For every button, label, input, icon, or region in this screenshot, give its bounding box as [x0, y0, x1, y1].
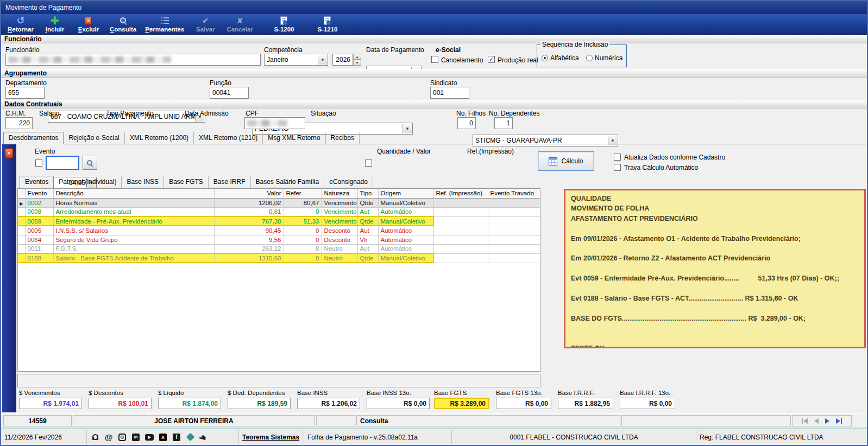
total-base-fgts-13: Base FGTS 13o. R$ 0,00 [496, 390, 551, 409]
facebook-icon[interactable] [172, 432, 181, 442]
filhos-label: No. Filhos [456, 110, 486, 117]
trava-calculo-checkbox[interactable] [614, 164, 621, 171]
table-row[interactable]: 0002 Horas Normais 1206,02 80,67 Vencime… [18, 198, 540, 207]
departamento-label: Departamento [5, 79, 47, 87]
year-spinner[interactable]: ▲▼ [353, 54, 361, 66]
subtab-base-fgts[interactable]: Base FGTS [164, 176, 209, 188]
linkedin-icon[interactable] [131, 432, 141, 442]
evento-label: Evento [35, 148, 55, 155]
cancelamento-checkbox[interactable] [431, 56, 438, 63]
tab-recibos[interactable]: Recibos [326, 132, 360, 144]
departamento-code-field[interactable]: 655 [5, 87, 45, 99]
record-indicator-icon [5, 148, 13, 158]
numerica-radio[interactable] [586, 55, 593, 61]
sub-tab-strip: Eventos Patronal (individual) Base INSS … [17, 176, 540, 188]
subtab-base-irrf[interactable]: Base IRRF [209, 176, 251, 188]
tab-rejeicao-esocial[interactable]: Rejeição e-Social [64, 132, 124, 144]
at-icon[interactable] [104, 432, 114, 442]
sequencia-inclusao-label: Sequência de Inclusão [540, 41, 609, 48]
table-row[interactable]: 0005 I.N.S.S. s/ Salarios 90,45 0 Descon… [18, 226, 540, 235]
teorema-sistemas-link[interactable]: Teorema Sistemas [242, 434, 299, 441]
check-icon: ✔ [202, 16, 209, 26]
tab-xml-retorno-1200[interactable]: XML Retorno (1200) [125, 132, 194, 144]
table-row-highlighted[interactable]: 0188 Salario - Base FGTS Acidente de Tra… [18, 253, 540, 263]
cpf-field[interactable] [244, 117, 305, 129]
app-window: Movimento de Pagamento ↺ Retornar ✚ Incl… [0, 0, 868, 446]
next-record-icon[interactable] [823, 418, 832, 424]
incluir-button[interactable]: ✚ Incluir [39, 15, 71, 34]
evento-checkbox[interactable] [35, 160, 42, 167]
graduation-cap-icon[interactable] [199, 432, 209, 442]
tab-msg-xml-retorno[interactable]: Msg XML Retorno [263, 132, 325, 144]
funcao-label: Função [210, 79, 231, 87]
spin-up-icon[interactable]: ▲ [353, 54, 361, 60]
youtube-icon[interactable] [144, 432, 154, 442]
chm-field[interactable]: 220 [5, 117, 33, 129]
dependentes-field[interactable]: 1 [494, 117, 513, 129]
teorema-logo-icon[interactable] [185, 432, 195, 442]
employee-name-field[interactable] [5, 54, 261, 66]
s1210-button[interactable]: S-1210 [312, 15, 343, 34]
cpf-redacted [247, 120, 288, 126]
filhos-field[interactable]: 0 [457, 117, 476, 129]
totals-bar: $ Vencimentos R$ 1.974,01 $ Descontos R$… [1, 390, 867, 412]
alfabetica-radio[interactable] [542, 55, 548, 61]
previous-record-icon[interactable] [812, 418, 821, 424]
total-vencimentos: $ Vencimentos R$ 1.974,01 [19, 390, 82, 409]
total-base-inss-13: Base INSS 13o. R$ 0,00 [367, 390, 430, 409]
employee-name-status: JOSE AIRTON FERREIRA [73, 415, 315, 426]
headset-icon[interactable] [90, 432, 100, 442]
excluir-button[interactable]: Excluir [73, 15, 104, 34]
footer-bar: 11/2/2026 Fev/2026 Teorema Sistemas Folh… [1, 428, 867, 445]
status-spacer [621, 415, 791, 426]
funcionario-field-label: Funcionário [5, 46, 40, 54]
total-descontos: $ Descontos R$ 100,01 [89, 390, 152, 409]
x-social-icon[interactable] [158, 432, 168, 442]
table-horizontal-scrollbar[interactable] [17, 374, 540, 387]
first-record-icon[interactable] [800, 418, 810, 424]
spin-down-icon[interactable]: ▼ [353, 60, 361, 66]
status-bar: 14559 JOSE AIRTON FERREIRA Consulta [1, 413, 867, 428]
evento-code-input[interactable] [46, 156, 79, 170]
company-reg: Reg: FLABEL CONSTRUCAO CIVIL LTDA [696, 430, 867, 444]
competencia-select[interactable]: Janeiro [264, 54, 328, 66]
table-row[interactable]: 0064 Seguro de Vida Grupo 9,56 0 Descont… [18, 235, 540, 244]
mode-indicator: Consulta [356, 415, 620, 426]
alfabetica-label: Alfabética [550, 54, 579, 62]
left-accent-strip [2, 144, 16, 412]
sindicato-code-field[interactable]: 001 [430, 87, 469, 99]
total-base-irrf: Base I.R.R.F. R$ 1.882,95 [558, 390, 613, 409]
company-name: 0001 FLABEL - CONSTRUCAO CIVIL LTDA [452, 430, 696, 444]
producao-real-checkbox[interactable] [488, 56, 495, 63]
search-icon [86, 160, 93, 167]
consulta-button[interactable]: Consulta [106, 15, 140, 34]
subtab-eventos[interactable]: Eventos [20, 176, 54, 188]
subtab-econsignado[interactable]: eConsignado [324, 176, 373, 188]
window-title: Movimento de Pagamento [5, 4, 81, 11]
table-row[interactable]: 0011 F.G.T.S. 263,12 8 Neutro Aut Automá… [18, 244, 540, 253]
retornar-button[interactable]: ↺ Retornar [4, 15, 37, 34]
evento-search-button[interactable] [83, 156, 97, 170]
cancelar-button: ✘ Cancelar [223, 15, 256, 34]
notes-text: QUALIDADE MOVIMENTO DE FOLHA AFASTAMENTO… [571, 194, 859, 348]
funcao-code-field[interactable]: 00041 [210, 87, 249, 99]
last-record-icon[interactable] [834, 418, 844, 424]
tab-xml-retorno-1210[interactable]: XML Retorno (1210) [194, 132, 263, 144]
sindicato-label: Sindicato [430, 79, 457, 87]
subtab-base-inss[interactable]: Base INSS [122, 176, 164, 188]
permanentes-button[interactable]: Permanentes [142, 15, 187, 34]
table-row[interactable]: 0008 Arredondamento mes atual 0,61 0 Ven… [18, 207, 540, 216]
subtab-patronal[interactable]: Patronal (individual) [54, 176, 122, 188]
notes-panel[interactable]: QUALIDADE MOVIMENTO DE FOLHA AFASTAMENTO… [564, 189, 866, 348]
table-row-highlighted[interactable]: 0059 Enfermidade - Pré-Aux. Previdenciár… [18, 216, 540, 226]
competencia-year-field[interactable]: 2026 [332, 54, 353, 66]
quantidade-checkbox[interactable] [365, 160, 372, 167]
dependentes-label: No. Dependentes [489, 110, 539, 117]
calculo-button[interactable]: Cálculo [538, 151, 594, 171]
subtab-bases-salario-familia[interactable]: Bases Salário Família [251, 176, 325, 188]
producao-real-label: Produção real [498, 56, 538, 64]
s1200-button[interactable]: S-1200 [268, 15, 300, 34]
tab-desdobramentos[interactable]: Desdobramentos [3, 132, 64, 144]
instagram-icon[interactable] [117, 432, 127, 442]
atualiza-dados-checkbox[interactable] [614, 154, 621, 161]
